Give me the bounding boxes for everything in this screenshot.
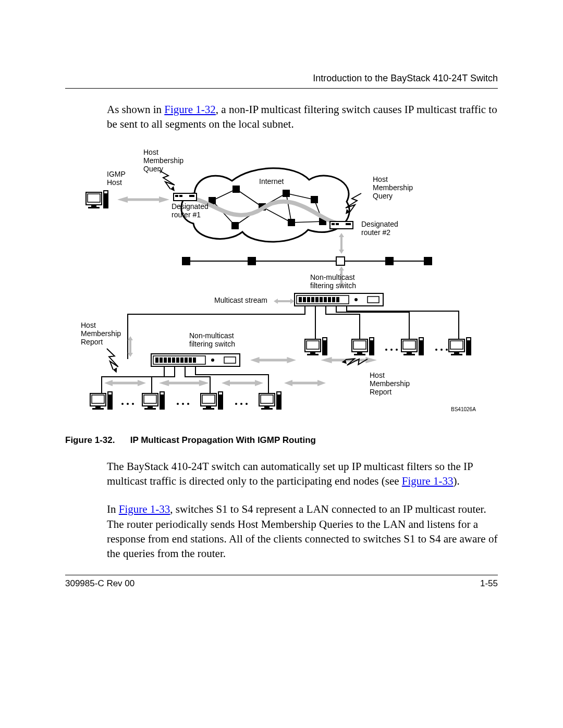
paragraph-3: In Figure 1-33, switches S1 to S4 repres… <box>107 502 498 561</box>
caption-title: IP Multicast Propagation With IGMP Routi… <box>130 435 316 445</box>
pc-icon <box>352 337 374 355</box>
pc-icon <box>142 391 165 410</box>
page-number: 1-55 <box>480 578 498 589</box>
figure-1-32: IGMPHost HostMembershipQuery Internet Ho… <box>65 145 498 446</box>
svg-rect-53 <box>424 257 432 265</box>
pc-icon <box>305 337 327 355</box>
page-footer: 309985-C Rev 00 1-55 <box>65 578 498 589</box>
lower-switch-icon <box>151 354 240 366</box>
text: ). <box>453 475 459 487</box>
header-rule <box>65 88 498 89</box>
network-diagram-svg: IGMPHost HostMembershipQuery Internet Ho… <box>76 145 487 422</box>
hmr1-label: HostMembershipReport <box>81 321 121 346</box>
pc-icon <box>201 391 223 410</box>
multicast-stream-label: Multicast stream <box>214 296 267 304</box>
figure-reference-link[interactable]: Figure 1-32 <box>164 103 216 116</box>
text: In <box>107 503 119 515</box>
figure-reference-link[interactable]: Figure 1-33 <box>119 503 170 515</box>
text: As shown in <box>107 103 164 116</box>
hmr2-label: HostMembershipReport <box>370 371 410 396</box>
svg-rect-51 <box>336 257 345 265</box>
pc-icon <box>449 337 471 355</box>
running-header: Introduction to the BayStack 410-24T Swi… <box>65 73 498 84</box>
nmfs-label: Non-multicastfiltering switch <box>310 273 356 290</box>
nmfs2-label: Non-multicastfiltering switch <box>189 331 235 348</box>
hmq2-label: HostMembershipQuery <box>373 175 413 200</box>
paragraph-2: The BayStack 410-24T switch can automati… <box>107 459 498 489</box>
figure-reference-link[interactable]: Figure 1-33 <box>402 475 454 487</box>
designated-router-1-icon <box>174 193 197 201</box>
svg-rect-50 <box>248 257 256 265</box>
paragraph-1: As shown in Figure 1-32, a non-IP multic… <box>107 102 498 132</box>
internet-label: Internet <box>259 177 284 186</box>
figure-caption: Figure 1-32. IP Multicast Propagation Wi… <box>65 435 498 446</box>
pc-icon <box>401 337 424 355</box>
upper-switch-icon <box>295 293 383 306</box>
footer-rule <box>65 575 498 575</box>
figure-code-label: BS41026A <box>451 406 476 412</box>
designated-router-2-icon <box>330 221 353 229</box>
document-page: Introduction to the BayStack 410-24T Swi… <box>0 0 563 631</box>
doc-id: 309985-C Rev 00 <box>65 578 134 589</box>
dr2-label: Designatedrouter #2 <box>361 220 398 237</box>
caption-number: Figure 1-32. <box>65 435 128 446</box>
svg-rect-52 <box>385 257 394 265</box>
igmp-host-label: IGMPHost <box>107 170 126 187</box>
hmq1-label: HostMembershipQuery <box>143 148 183 173</box>
igmp-host-icon <box>86 190 108 208</box>
svg-rect-49 <box>182 257 190 265</box>
pc-icon <box>90 391 113 410</box>
pc-icon <box>259 391 282 410</box>
